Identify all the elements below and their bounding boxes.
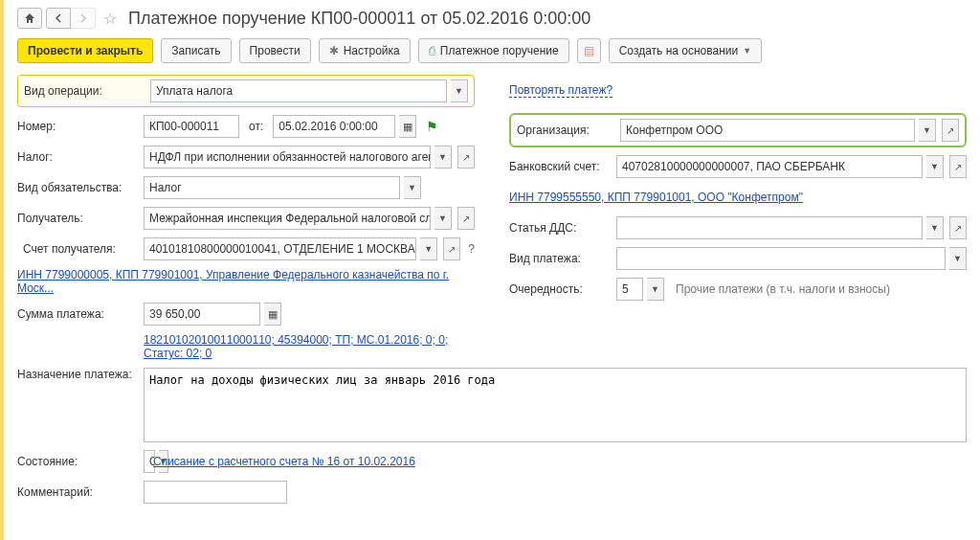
amount-calc-button[interactable]: ▦ bbox=[264, 303, 281, 326]
purpose-label: Назначение платежа: bbox=[17, 368, 144, 381]
recipient-account-dropdown[interactable]: ▼ bbox=[420, 237, 437, 260]
amount-label: Сумма платежа: bbox=[17, 307, 144, 321]
date-field[interactable]: 05.02.2016 0:00:00 bbox=[273, 115, 395, 138]
calendar-button[interactable]: ▦ bbox=[399, 115, 416, 138]
dds-label: Статья ДДС: bbox=[509, 221, 616, 235]
chevron-down-icon: ▼ bbox=[743, 46, 751, 56]
printer-icon: ⎙ bbox=[429, 44, 435, 57]
dds-dropdown[interactable]: ▼ bbox=[926, 216, 944, 239]
dds-open[interactable]: ↗ bbox=[949, 216, 967, 239]
recipient-details-link[interactable]: ИНН 7799000005, КПП 779901001, Управлени… bbox=[17, 268, 475, 295]
amount-field[interactable]: 39 650,00 bbox=[144, 303, 260, 326]
status-label: Состояние: bbox=[17, 455, 144, 468]
liability-label: Вид обязательства: bbox=[17, 181, 144, 194]
from-label: от: bbox=[249, 120, 263, 133]
print-button[interactable]: ⎙Платежное поручение bbox=[418, 38, 569, 63]
tax-dropdown[interactable]: ▼ bbox=[434, 146, 452, 169]
comment-label: Комментарий: bbox=[17, 485, 144, 499]
queue-label: Очередность: bbox=[509, 282, 616, 296]
queue-hint: Прочие платежи (в т.ч. налоги и взносы) bbox=[676, 282, 890, 296]
forward-button bbox=[71, 8, 96, 29]
recipient-dropdown[interactable]: ▼ bbox=[434, 207, 452, 230]
recipient-open[interactable]: ↗ bbox=[457, 207, 475, 230]
recipient-account-field[interactable]: 40101810800000010041, ОТДЕЛЕНИЕ 1 МОСКВА bbox=[144, 237, 416, 260]
post-button[interactable]: Провести bbox=[239, 38, 311, 63]
tax-open[interactable]: ↗ bbox=[457, 146, 475, 169]
posted-flag-icon: ⚑ bbox=[426, 119, 438, 134]
dds-field[interactable] bbox=[616, 216, 923, 239]
gear-icon: ✱ bbox=[329, 44, 339, 57]
number-field[interactable]: КП00-000011 bbox=[144, 115, 239, 138]
organization-open[interactable]: ↗ bbox=[942, 119, 959, 142]
operation-type-label: Вид операции: bbox=[24, 84, 150, 98]
recipient-label: Получатель: bbox=[17, 212, 144, 225]
organization-details-link[interactable]: ИНН 7799555550, КПП 779901001, ООО "Конф… bbox=[509, 191, 803, 204]
recipient-field[interactable]: Межрайонная инспекция Федеральной налого… bbox=[144, 207, 431, 230]
bank-account-label: Банковский счет: bbox=[509, 160, 616, 173]
settings-button[interactable]: ✱Настройка bbox=[319, 38, 411, 63]
document-icon: ▤ bbox=[584, 44, 594, 57]
create-based-on-button[interactable]: Создать на основании▼ bbox=[609, 38, 762, 63]
save-button[interactable]: Записать bbox=[161, 38, 231, 63]
tax-field[interactable]: НДФЛ при исполнении обязанностей налогов… bbox=[144, 146, 431, 169]
home-button[interactable] bbox=[17, 8, 42, 29]
repeat-payment-link[interactable]: Повторять платеж? bbox=[509, 83, 612, 98]
tax-label: Налог: bbox=[17, 150, 144, 164]
operation-type-dropdown[interactable]: ▼ bbox=[451, 79, 468, 102]
queue-field[interactable]: 5 bbox=[616, 278, 643, 301]
number-label: Номер: bbox=[17, 120, 144, 133]
comment-field[interactable] bbox=[144, 481, 287, 504]
kbk-details-link[interactable]: 18210102010011000110; 45394000; ТП; МС.0… bbox=[144, 333, 475, 360]
favorite-star-icon[interactable]: ☆ bbox=[103, 10, 117, 28]
bank-account-open[interactable]: ↗ bbox=[949, 155, 967, 178]
attach-button[interactable]: ▤ bbox=[577, 38, 601, 63]
organization-dropdown[interactable]: ▼ bbox=[919, 119, 936, 142]
queue-dropdown[interactable]: ▼ bbox=[647, 278, 664, 301]
post-and-close-button[interactable]: Провести и закрыть bbox=[17, 38, 153, 63]
operation-type-select[interactable]: Уплата налога bbox=[150, 79, 447, 102]
bank-document-link[interactable]: Списание с расчетного счета № 16 от 10.0… bbox=[153, 455, 415, 468]
back-button[interactable] bbox=[46, 8, 71, 29]
liability-dropdown[interactable]: ▼ bbox=[404, 176, 421, 199]
bank-account-dropdown[interactable]: ▼ bbox=[926, 155, 944, 178]
payment-type-label: Вид платежа: bbox=[509, 252, 616, 265]
liability-field[interactable]: Налог bbox=[144, 176, 400, 199]
organization-label: Организация: bbox=[517, 124, 620, 137]
payment-type-dropdown[interactable]: ▼ bbox=[949, 247, 967, 270]
purpose-textarea[interactable] bbox=[144, 368, 967, 442]
organization-field[interactable]: Конфетпром ООО bbox=[620, 119, 915, 142]
recipient-account-open[interactable]: ↗ bbox=[443, 237, 460, 260]
help-icon[interactable]: ? bbox=[468, 242, 475, 256]
page-title: Платежное поручение КП00-000011 от 05.02… bbox=[128, 9, 590, 29]
payment-type-field[interactable] bbox=[616, 247, 946, 270]
recipient-account-label: Счет получателя: bbox=[17, 242, 144, 256]
bank-account-field[interactable]: 40702810000000000007, ПАО СБЕРБАНК bbox=[616, 155, 923, 178]
